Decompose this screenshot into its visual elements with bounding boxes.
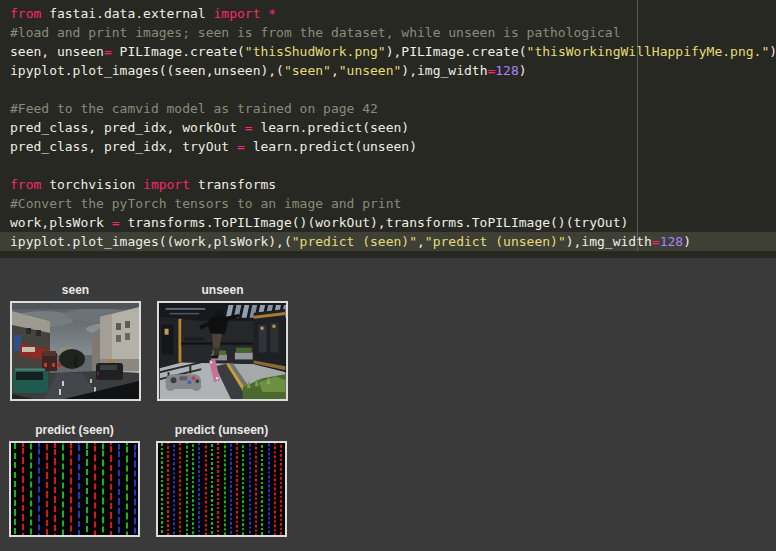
prediction-stripe [62, 443, 64, 535]
prediction-stripe [173, 443, 175, 535]
figure-label: predict (unseen) [156, 424, 287, 437]
code-line[interactable]: #Convert the pyTorch tensors to an image… [0, 194, 776, 213]
output-figure-seen: seen [10, 284, 141, 401]
prediction-stripe [38, 443, 40, 535]
code-token: ),PILImage.create( [386, 44, 527, 59]
prediction-stripe [224, 443, 226, 535]
prediction-stripe [110, 443, 112, 535]
prediction-stripe [134, 443, 136, 535]
code-line[interactable]: work,plsWork = transforms.ToPILImage()(w… [0, 213, 776, 232]
code-token: from [10, 177, 41, 192]
prediction-stripe [102, 443, 104, 535]
prediction-stripe [30, 443, 32, 535]
prediction-stripe [14, 443, 16, 535]
prediction-stripe [46, 443, 48, 535]
code-token: "unseen" [339, 63, 402, 78]
code-token: 128 [660, 234, 683, 249]
code-token: import [143, 177, 190, 192]
street-scene-illustration [12, 303, 139, 399]
prediction-stripe [274, 443, 276, 535]
code-line[interactable]: pred_class, pred_idx, workOut = learn.pr… [0, 118, 776, 137]
code-token: "predict (unseen)" [425, 234, 566, 249]
code-token: from [10, 6, 41, 21]
code-line[interactable]: from torchvision import transforms [0, 175, 776, 194]
code-token: 128 [495, 63, 518, 78]
output-figure-predict-unseen: predict (unseen) [156, 424, 287, 537]
output-figure-predict-seen: predict (seen) [9, 424, 140, 537]
code-token: "predict (seen)" [292, 234, 417, 249]
unseen-image [157, 301, 288, 401]
prediction-stripe [230, 443, 232, 535]
code-token: learn.predict(seen) [253, 120, 410, 135]
prediction-stripe [211, 443, 213, 535]
code-token: , [417, 234, 425, 249]
prediction-stripe [242, 443, 244, 535]
code-token: ),img_width [401, 63, 487, 78]
prediction-stripe [255, 443, 257, 535]
prediction-stripe [118, 443, 120, 535]
code-token: = [652, 234, 660, 249]
prediction-stripe [161, 443, 163, 535]
code-token: "thisWorkingWillHappifyMe.png." [527, 44, 770, 59]
code-line[interactable]: ipyplot.plot_images((seen,unseen),("seen… [0, 61, 776, 80]
code-token: seen, unseen [10, 44, 104, 59]
code-token: transforms.ToPILImage()(workOut),transfo… [120, 215, 629, 230]
code-token: * [268, 6, 276, 21]
column-ruler [637, 0, 638, 251]
prediction-stripe [54, 443, 56, 535]
prediction-stripe [167, 443, 169, 535]
skatepark-scene-illustration [159, 303, 286, 399]
code-token: pred_class, pred_idx, workOut [10, 120, 245, 135]
prediction-stripe [78, 443, 80, 535]
code-token: torchvision [41, 177, 143, 192]
output-figure-unseen: unseen [157, 284, 288, 401]
code-token: #load and print images; seen is from the… [10, 25, 620, 40]
code-token: import [214, 6, 261, 21]
prediction-stripe [186, 443, 188, 535]
predict-unseen-image [156, 441, 287, 537]
prediction-stripe [70, 443, 72, 535]
code-token: ipyplot.plot_images((seen,unseen),( [10, 63, 284, 78]
code-line[interactable]: #Feed to the camvid model as trained on … [0, 99, 776, 118]
code-token: learn.predict(unseen) [245, 139, 417, 154]
output-panel: seen [0, 258, 776, 551]
prediction-stripe [126, 443, 128, 535]
prediction-stripe [268, 443, 270, 535]
code-line[interactable] [0, 156, 776, 175]
code-token: "thisShudWork.png" [245, 44, 386, 59]
code-line[interactable]: #load and print images; seen is from the… [0, 23, 776, 42]
figure-label: seen [10, 284, 141, 297]
code-line[interactable]: pred_class, pred_idx, tryOut = learn.pre… [0, 137, 776, 156]
prediction-stripe [280, 443, 282, 535]
code-token: PILImage.create( [112, 44, 245, 59]
code-token: "seen" [284, 63, 331, 78]
prediction-stripe [179, 443, 181, 535]
code-token: = [245, 120, 253, 135]
prediction-stripe [236, 443, 238, 535]
prediction-stripe [198, 443, 200, 535]
code-token: fastai.data.external [41, 6, 213, 21]
prediction-stripe [217, 443, 219, 535]
code-token: ipyplot.plot_images((work,plsWork),( [10, 234, 292, 249]
code-token: #Feed to the camvid model as trained on … [10, 101, 378, 116]
code-token: = [112, 215, 120, 230]
code-token: ) [519, 63, 527, 78]
figure-label: predict (seen) [9, 424, 140, 437]
code-token: ) [769, 44, 776, 59]
code-token: ),img_width [566, 234, 652, 249]
code-token: transforms [190, 177, 276, 192]
predict-seen-image [9, 441, 140, 537]
code-token: work,plsWork [10, 215, 112, 230]
prediction-stripe [22, 443, 24, 535]
code-line[interactable]: seen, unseen= PILImage.create("thisShudW… [0, 42, 776, 61]
code-token: ) [683, 234, 691, 249]
prediction-stripe [94, 443, 96, 535]
code-lines: from fastai.data.external import *#load … [0, 4, 776, 251]
prediction-stripe [205, 443, 207, 535]
code-token: , [331, 63, 339, 78]
code-line[interactable] [0, 80, 776, 99]
code-token: = [104, 44, 112, 59]
code-line[interactable]: from fastai.data.external import * [0, 4, 776, 23]
code-editor[interactable]: from fastai.data.external import *#load … [0, 0, 776, 258]
code-line[interactable]: ipyplot.plot_images((work,plsWork),("pre… [0, 232, 776, 251]
